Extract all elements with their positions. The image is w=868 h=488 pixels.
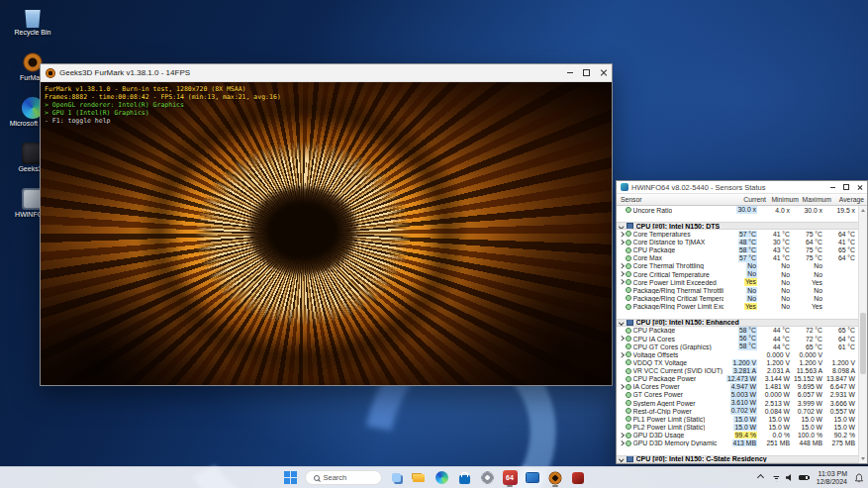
column-header-current[interactable]: Current: [732, 196, 769, 203]
sensor-row[interactable]: Package/Ring Power Limit ExceededYesNoYe…: [617, 303, 858, 311]
column-header-maximum[interactable]: Maximum: [802, 196, 834, 203]
sensor-row[interactable]: GPU D3D Usage99.4 %0.0 %100.0 %90.2 %: [617, 432, 858, 439]
expand-icon[interactable]: [619, 240, 624, 244]
file-explorer-icon: [411, 469, 428, 486]
sensor-minimum: 0.000 V: [760, 351, 793, 358]
sensor-row[interactable]: CPU IA Cores56 °C44 °C72 °C64 °C: [617, 335, 858, 342]
sensor-average: 64 °C: [825, 231, 858, 238]
sensor-row[interactable]: CPU Package Power12.473 W3.144 W15.152 W…: [617, 375, 858, 383]
furmark-titlebar[interactable]: Geeks3D FurMark v1.38.1.0 - 14FPS: [41, 64, 612, 82]
taskbar-clock[interactable]: 11:03 PM 12/8/2024: [817, 470, 847, 486]
taskbar-search[interactable]: Search: [305, 470, 382, 485]
start-button[interactable]: [281, 468, 300, 487]
sensor-maximum: 30.0 x: [793, 207, 825, 214]
sensor-section-row[interactable]: CPU [#0]: Intel N150: DTS: [617, 222, 858, 230]
expand-icon[interactable]: [619, 337, 624, 342]
sensor-section-row[interactable]: CPU [#0]: Intel N150: C-State Residency: [617, 455, 858, 463]
sensor-label-cell: VDDQ TX Voltage: [617, 359, 723, 366]
expand-icon[interactable]: [619, 384, 624, 389]
sensor-row[interactable]: GPU D3D Memory Dynamic413 MB251 MB448 MB…: [617, 439, 858, 447]
sensor-label: GPU D3D Memory Dynamic: [633, 439, 718, 446]
notification-bell-icon[interactable]: [854, 473, 864, 483]
taskbar-app-hwinfo64[interactable]: 64: [501, 468, 520, 487]
column-header-average[interactable]: Average: [834, 196, 867, 203]
taskbar-app-edge[interactable]: [433, 468, 451, 487]
sensor-gauge-icon: [626, 368, 631, 374]
taskbar-app-store[interactable]: [455, 468, 474, 487]
sensor-row[interactable]: Core Critical TemperatureNoNoNo: [617, 270, 858, 278]
expand-icon[interactable]: [619, 352, 624, 357]
scroll-up-icon[interactable]: [859, 206, 867, 215]
sensor-row[interactable]: Package/Ring Thermal ThrottlingNoNoNo: [617, 286, 858, 294]
sensor-section-row[interactable]: CPU [#0]: Intel N150: Enhanced: [617, 319, 858, 327]
sensor-label: Core Thermal Throttling: [633, 262, 705, 269]
close-button[interactable]: [595, 64, 612, 81]
sensor-row[interactable]: Core Distance to TjMAX48 °C30 °C64 °C41 …: [617, 239, 858, 246]
sensor-row[interactable]: Core Temperatures57 °C41 °C75 °C64 °C: [617, 230, 858, 238]
column-header-minimum[interactable]: Minimum: [769, 196, 802, 203]
maximize-button[interactable]: [839, 181, 853, 193]
desktop-icon-recycle-bin[interactable]: Recycle Bin: [0, 6, 65, 37]
spacer-row: [617, 447, 858, 455]
sensor-row[interactable]: CPU Package58 °C44 °C72 °C65 °C: [617, 327, 858, 335]
running-indicator: [552, 485, 558, 487]
sensor-row[interactable]: Voltage Offsets0.000 V0.000 V: [617, 350, 858, 358]
expand-icon[interactable]: [619, 280, 624, 285]
expand-icon[interactable]: [619, 440, 624, 445]
sensor-gauge-icon: [626, 336, 631, 342]
vertical-scrollbar[interactable]: [858, 206, 867, 463]
expand-icon[interactable]: [619, 232, 624, 237]
taskbar-app-gpu-shark[interactable]: [569, 468, 588, 487]
sensor-average: 8.098 A: [825, 367, 858, 374]
sensor-row[interactable]: GT Cores Power5.003 W0.000 W6.057 W2.931…: [617, 391, 858, 399]
taskbar-app-file-explorer[interactable]: [410, 468, 429, 487]
minimize-button[interactable]: [561, 64, 578, 81]
hwinfo-titlebar[interactable]: HWiNFO64 v8.02-5440 - Sensors Status: [617, 181, 867, 194]
sensor-average: 64 °C: [825, 336, 858, 342]
sensor-minimum: No: [760, 279, 793, 286]
sensor-gauge-icon: [626, 384, 631, 390]
sensor-row[interactable]: System Agent Power3.610 W2.513 W3.999 W3…: [617, 399, 858, 407]
minimize-button[interactable]: [825, 181, 839, 193]
network-icon[interactable]: [772, 474, 781, 482]
sensor-label: Voltage Offsets: [633, 351, 679, 358]
expand-icon[interactable]: [619, 263, 624, 268]
expand-icon[interactable]: [619, 272, 624, 277]
taskbar-app-task-view[interactable]: [387, 468, 406, 487]
sensor-row[interactable]: IA Cores Power4.947 W1.481 W9.695 W6.647…: [617, 383, 858, 391]
column-header-sensor[interactable]: Sensor: [617, 196, 732, 203]
collapse-icon[interactable]: [619, 320, 624, 325]
collapse-icon[interactable]: [619, 456, 624, 461]
sensor-row[interactable]: PL2 Power Limit (Static)15.0 W15.0 W15.0…: [617, 423, 858, 431]
current-value: No: [746, 270, 757, 278]
sensor-row[interactable]: CPU Package58 °C43 °C75 °C65 °C: [617, 246, 858, 254]
volume-icon[interactable]: [786, 474, 794, 482]
sensor-label-cell: CPU Package Power: [617, 375, 723, 382]
sensor-minimum: 44 °C: [760, 336, 793, 342]
collapse-icon[interactable]: [619, 224, 624, 229]
sensor-row[interactable]: PL1 Power Limit (Static)15.0 W15.0 W15.0…: [617, 415, 858, 423]
sensor-row[interactable]: Core Max57 °C41 °C75 °C64 °C: [617, 254, 858, 262]
sensor-row[interactable]: Rest-of-Chip Power0.702 W0.084 W0.702 W0…: [617, 407, 858, 415]
taskbar-app-monitor[interactable]: [524, 468, 542, 487]
sensor-row[interactable]: VR VCC Current (SVID IOUT)3.281 A2.031 A…: [617, 367, 858, 375]
close-button[interactable]: [853, 181, 867, 193]
tray-chevron-up-icon[interactable]: [757, 474, 764, 481]
scrollbar-thumb[interactable]: [860, 313, 866, 374]
taskbar-app-settings[interactable]: [478, 468, 497, 487]
sensor-maximum: 72 °C: [793, 336, 825, 342]
sensor-row[interactable]: VDDQ TX Voltage1.200 V1.200 V1.200 V1.20…: [617, 358, 858, 366]
sensor-minimum: 43 °C: [760, 246, 793, 253]
sensor-row[interactable]: Uncore Ratio30.0 x4.0 x30.0 x19.5 x: [617, 206, 858, 214]
taskbar-app-furmark[interactable]: [546, 468, 565, 487]
current-value: 3.610 W: [730, 399, 757, 407]
sensor-row[interactable]: CPU GT Cores (Graphics)58 °C44 °C65 °C61…: [617, 342, 858, 350]
expand-icon[interactable]: [619, 433, 624, 438]
sensor-row[interactable]: Package/Ring Critical TemperatureNoNoNo: [617, 294, 858, 302]
sensor-row[interactable]: Core Power Limit ExceededYesNoYes: [617, 278, 858, 286]
furmark-stats-overlay: FurMark v1.38.1.0 - Burn-in test, 1280x7…: [45, 85, 281, 125]
scroll-down-icon[interactable]: [859, 454, 867, 463]
battery-icon[interactable]: [799, 475, 809, 481]
sensor-row[interactable]: Core Thermal ThrottlingNoNoNo: [617, 262, 858, 270]
maximize-button[interactable]: [578, 64, 595, 81]
